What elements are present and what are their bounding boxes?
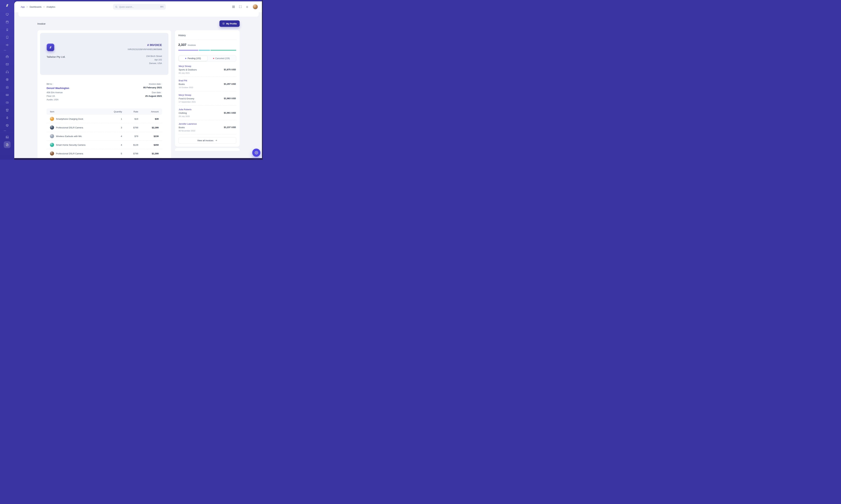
entry-amount: $1,961 USD [224,111,236,114]
item-cell: Smart Home Security Camera [50,143,103,147]
sidebar-item-terminal[interactable] [4,91,11,98]
sidebar-item-support[interactable] [4,69,11,75]
tab-pending[interactable]: Pending (102) [179,56,207,61]
breadcrumb-current-analytics: Analytics [46,5,55,8]
user-avatar[interactable] [253,4,258,10]
sidebar-item-store[interactable] [4,107,11,113]
bill-to-name-link[interactable]: Denzel Washington [47,87,69,90]
item-cell: Smartphone Charging Dock [50,117,103,121]
apps-grid-icon [232,5,235,8]
amount-cell: $259 [138,144,158,146]
invoice-header: Tailwise Pty Ltd. # INVOICE IVR/20231026… [40,33,169,75]
sidebar-item-inbox[interactable] [4,61,11,68]
sidebar-item-banking[interactable] [4,84,11,90]
sidebar-item-shipments[interactable] [4,122,11,129]
product-image [50,151,54,156]
header-rate: Rate [122,110,138,113]
sidebar-item-projects[interactable] [4,53,11,60]
rate-cell: $799 [122,152,138,155]
entry-info: Jennifer LawrenceBooks06 November 2022 [179,123,196,132]
category: Food & Grocery [179,97,196,100]
fullscreen-button[interactable] [238,4,243,10]
quantity-cell: 3 [103,126,122,129]
sidebar-item-payments[interactable] [4,76,11,83]
history-list-item[interactable]: Meryl StreepSports & Outdoors06 July 202… [178,62,236,77]
invoice-table-row: Wireless Earbuds with Mic4$79$239 [47,132,162,141]
sidebar-item-tickets[interactable] [4,99,11,106]
item-cell: Professional DSLR Camera [50,126,103,130]
product-image [50,134,54,138]
breadcrumb-link-app[interactable]: App [21,5,24,8]
sidebar-item-rewards[interactable] [4,26,11,33]
invoice-count-label: Invoices [188,44,196,46]
chevron-right-icon [43,6,45,8]
history-title: History [178,34,236,37]
bank-icon [5,86,9,89]
rate-cell: $799 [122,126,138,129]
main-wrapper: App Dashboards Analytics ⌘K [14,1,263,158]
company-name: Tailwise Pty Ltd. [47,55,65,58]
quantity-cell: 4 [103,144,122,146]
sidebar-item-calendar[interactable] [4,18,11,25]
history-list-item[interactable]: Julia RobertsClothing28 July 2020$1,961 … [178,106,236,120]
history-list-item[interactable]: Jennifer LawrenceBooks06 November 2022$1… [178,120,236,134]
my-profile-label: My Profile [226,22,237,25]
quick-search[interactable]: ⌘K [113,4,166,10]
invoice-table-row: Professional DSLR Camera5$799$1,599 [47,149,162,158]
apps-grid-button[interactable] [231,4,236,10]
invoice-table-header: Item Quantity Rate Amount [47,109,162,115]
quantity-cell: 4 [103,135,122,138]
entry-date: 28 July 2020 [179,115,192,118]
sidebar-item-gallery[interactable] [4,134,11,141]
invoice-table: Item Quantity Rate Amount Smartphone Cha… [40,101,169,158]
item-name: Wireless Earbuds with Mic [56,135,82,138]
sidebar-item-podcast[interactable] [4,114,11,121]
sidebar-item-announcements[interactable] [4,41,11,48]
breadcrumb-link-dashboards[interactable]: Dashboards [30,5,41,8]
tab-label: Pending (102) [188,57,201,60]
sidebar-divider [4,130,6,131]
sidebar-item-invoices[interactable] [4,141,11,148]
entry-amount: $1,297 USD [224,83,236,85]
settings-fab-button[interactable] [252,149,260,157]
award-icon [5,28,9,31]
tailwise-logo-icon[interactable] [4,3,10,8]
company-address: 234 Birch Street Apt 102 Denver, USA [128,54,162,65]
headset-icon [5,70,9,73]
arrow-right-icon [215,139,218,142]
quantity-cell: 5 [103,152,122,155]
store-icon [5,109,9,112]
category: Clothing [179,112,192,114]
rate-cell: $79 [122,135,138,138]
chevron-right-icon [26,6,28,8]
display-icon [5,13,9,16]
page-content: Invoice My Profile Tailwise Pty Ltd. [37,20,240,158]
history-list-item[interactable]: Meryl StreepFood & Grocery17 September 2… [178,91,236,106]
invoice-date-value: 05 February 2021 [143,86,162,89]
header-amount: Amount [138,110,158,113]
item-name: Professional DSLR Camera [56,126,83,129]
item-cell: Professional DSLR Camera [50,151,103,156]
megaphone-icon [5,43,9,47]
tab-canceled[interactable]: Canceled (229) [207,56,236,61]
status-dot-icon [185,58,186,59]
sidebar-item-displays[interactable] [4,11,11,18]
history-list-item[interactable]: Brad PittBooks16 October 2022$1,297 USD [178,77,236,91]
my-profile-button[interactable]: My Profile [220,20,240,27]
invoice-table-row: Smartphone Charging Dock1$19$39 [47,115,162,123]
search-input[interactable] [119,5,158,8]
progress-segment-1 [178,50,199,51]
customer-name: Brad Pitt [179,79,193,82]
next-card-preview [175,148,240,151]
sidebar-item-devices[interactable] [4,34,11,41]
progress-segment-2 [199,50,210,51]
header-item: Item [50,110,103,113]
notifications-button[interactable] [244,4,250,10]
view-all-invoices-button[interactable]: View all invoices [178,137,236,144]
bottom-edge [14,158,263,160]
category: Sports & Outdoors [179,69,197,71]
page-title: Invoice [37,22,46,25]
page-scrollbar[interactable] [262,0,263,160]
bill-to-label: Bill to : [47,83,69,85]
due-date-label: Due date : [143,91,162,94]
